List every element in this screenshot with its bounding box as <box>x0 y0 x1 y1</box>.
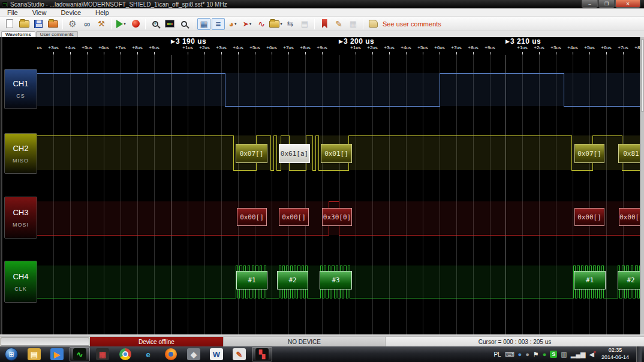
taskbar-gray-app-icon[interactable]: ◆ <box>183 347 204 361</box>
waveform-viewport[interactable]: +2us+3us+4us+5us+6us+7us+8us+9us▶3 190 u… <box>0 37 644 337</box>
network-tray-icon[interactable]: ▥ <box>561 351 567 358</box>
flag-tray-icon[interactable]: ⚑ <box>533 351 539 358</box>
open-file-button[interactable] <box>17 18 31 30</box>
sync-tray-icon[interactable]: S <box>550 351 557 358</box>
vertical-scrollbar-thumb[interactable] <box>641 40 644 111</box>
restore-button[interactable]: ❐ <box>598 0 615 8</box>
marker-flag-icon: ▶ <box>505 38 510 44</box>
channel-label-ch2[interactable]: CH2MISO <box>4 133 37 174</box>
channel-label-ch3[interactable]: CH3MOSI <box>4 197 37 239</box>
menu-view[interactable]: View <box>25 9 54 16</box>
channel-label-ch4[interactable]: CH4CLK <box>4 261 37 303</box>
decoded-byte-clk[interactable]: #1 <box>236 271 267 289</box>
taskbar-media-player-icon-glyph: ▶ <box>50 348 64 360</box>
volume-muted-tray-icon[interactable]: ◀✕ <box>589 351 594 358</box>
signal-bars-tray-icon[interactable]: ▂▄▆ <box>571 351 586 358</box>
taskbar-clock[interactable]: 02:35 2014-06-14 <box>601 347 629 361</box>
settings-gear-button[interactable]: ⚙ <box>66 18 79 30</box>
taskbar-firefox-icon[interactable] <box>161 347 181 361</box>
see-user-comments-link[interactable]: See user comments <box>383 20 441 28</box>
decoded-byte-miso[interactable]: 0x07[] <box>236 144 267 163</box>
calibrate-wrench-button[interactable]: ⚒ <box>95 18 108 30</box>
calculator-button[interactable]: ▦ <box>347 18 360 30</box>
search-binoculars-button[interactable]: ∞ <box>80 18 94 30</box>
decoded-byte-mosi[interactable]: 0x00[] <box>237 208 267 226</box>
taskbar-scanastudio-icon[interactable]: ∿ <box>70 347 90 361</box>
taskbar-media-player-icon[interactable]: ▶ <box>47 347 67 361</box>
zoom-search-button[interactable] <box>177 18 191 30</box>
channel-role: CLK <box>14 286 27 292</box>
taskbar-ie-icon[interactable]: e <box>138 347 158 361</box>
decoder-folder-button[interactable]: ▾ <box>269 18 282 30</box>
decoded-byte-miso[interactable]: 0x01[] <box>321 144 352 163</box>
edit-pencil-button[interactable]: ✎ <box>332 18 345 30</box>
ruler-tick <box>589 52 590 55</box>
keyboard-tray-icon[interactable]: ⌨ <box>505 351 514 358</box>
ruler-tick <box>272 52 272 55</box>
ruler-minor-label: +3us <box>48 45 59 50</box>
tab-user-comments[interactable]: User comments <box>36 31 78 37</box>
taskbar-paint-icon[interactable]: ✎ <box>229 347 249 361</box>
decoded-byte-miso[interactable]: 0x07[] <box>574 144 604 163</box>
menu-help[interactable]: Help <box>88 9 116 16</box>
fit-screen-button[interactable] <box>163 18 176 30</box>
minimize-button[interactable]: – <box>582 0 598 8</box>
title-bar: ScanaStudio - ...ladowania\MODERNSOFT_SH… <box>0 0 644 8</box>
decoded-byte-mosi[interactable]: 0x30[0] <box>322 208 352 226</box>
export-file-button[interactable] <box>46 18 59 30</box>
menu-file[interactable]: File <box>0 9 25 16</box>
ruler-minor-label: +2us <box>199 45 210 50</box>
measurements-button[interactable]: ∿ <box>255 18 268 30</box>
save-file-button[interactable] <box>32 18 45 30</box>
comments-scroll-icon[interactable] <box>366 18 380 30</box>
ruler-tick <box>389 52 390 55</box>
ruler-tick <box>539 52 540 55</box>
system-tray: PL⌨●●⚑●S▥▂▄▆◀✕ 02:35 2014-06-14 <box>493 346 644 362</box>
record-button[interactable] <box>129 18 142 30</box>
new-document-button[interactable] <box>3 18 16 30</box>
taskbar-explorer-icon[interactable]: ▤ <box>24 347 44 361</box>
ruler-minor-label: +5us <box>417 45 428 50</box>
probe-tool-button[interactable]: ➤▾ <box>240 18 254 30</box>
vertical-scrollbar[interactable] <box>640 37 644 334</box>
tab-waveforms[interactable]: Waveforms <box>1 31 35 37</box>
channel-label-ch1[interactable]: CH1CS <box>4 69 37 109</box>
decoded-byte-clk[interactable]: #1 <box>574 271 606 289</box>
decoded-byte-clk[interactable]: #2 <box>277 271 308 289</box>
progress-trough <box>1 337 89 346</box>
decoded-byte-mosi[interactable]: 0x00[] <box>574 208 604 226</box>
taskbar-active-app-icon[interactable]: ▚ <box>252 347 272 361</box>
bell-tray-icon[interactable]: ● <box>525 351 529 358</box>
ruler-tick <box>490 52 490 55</box>
menu-device[interactable]: Device <box>53 9 88 16</box>
decoded-byte-mosi[interactable]: 0x00[] <box>279 208 309 226</box>
language-indicator[interactable]: PL <box>493 351 501 358</box>
ruler-major-marker: ▶3 190 us <box>171 37 206 46</box>
mute-cross-icon: ✕ <box>593 350 597 354</box>
timeline-ruler[interactable]: +2us+3us+4us+5us+6us+7us+8us+9us▶3 190 u… <box>37 37 640 55</box>
taskbar-word-icon[interactable]: W <box>206 347 227 361</box>
compare-button[interactable]: ⇆ <box>284 18 297 30</box>
green-app-tray-icon[interactable]: ● <box>543 351 547 358</box>
taskbar-paint-icon-glyph: ✎ <box>233 348 246 360</box>
run-capture-button[interactable]: ▾ <box>115 18 128 30</box>
show-desktop-button[interactable] <box>636 346 642 362</box>
decoded-byte-clk[interactable]: #3 <box>320 271 352 289</box>
marker-flag-icon: ▶ <box>339 38 343 44</box>
start-button[interactable]: ⊞ <box>1 347 22 361</box>
taskbar-chrome-icon[interactable] <box>115 347 136 361</box>
snapshot-button[interactable]: ▤ <box>298 18 311 30</box>
ruler-tick <box>440 52 440 55</box>
windows-logo-icon: ⊞ <box>5 348 18 361</box>
zoom-in-button[interactable] <box>149 18 162 30</box>
browser-tray-icon[interactable]: ● <box>518 351 522 358</box>
list-view-button[interactable]: ≡ <box>212 18 225 30</box>
ruler-minor-label: +1us <box>182 45 193 50</box>
device-status-badge: Device offline <box>90 337 223 346</box>
grid-view-button[interactable]: ▦ <box>197 18 210 30</box>
decoded-byte-miso[interactable]: 0x61[a] <box>279 144 310 163</box>
bookmark-button[interactable] <box>318 18 331 30</box>
taskbar-dots-app-icon[interactable]: ▦ <box>92 347 113 361</box>
protocol-decoder-button[interactable]: ◕▾ <box>226 18 239 30</box>
close-button[interactable]: ✕ <box>615 0 640 8</box>
